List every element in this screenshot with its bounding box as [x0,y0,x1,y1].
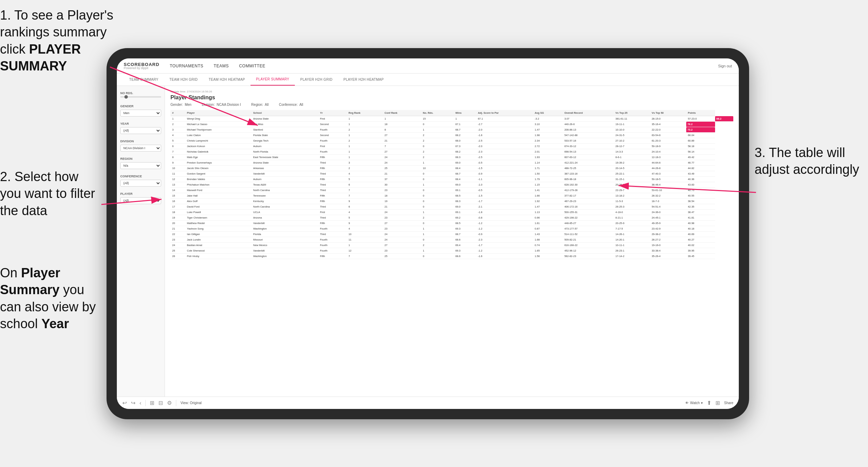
conference-select[interactable]: (All) [120,180,161,187]
table-cell: 2.34 [533,138,563,144]
logo-area: SCOREBOARD Powered by dippit [124,62,159,70]
table-cell: 547-142-88 [563,133,614,138]
table-cell: -1.8 [476,210,533,215]
rds-slider[interactable] [120,96,161,98]
table-cell: 1 [170,116,185,122]
table-row[interactable]: 6Jackson KoivunAuburnFirst17067.3-2.02.7… [170,144,733,149]
sub-nav-player-h2h-grid[interactable]: PLAYER H2H GRID [295,74,338,86]
year-label: Year [120,122,161,125]
table-cell: Texas A&M [252,182,318,188]
table-row[interactable]: 25Cole SherwoodVanderbiltFourth1223169.3… [170,248,733,254]
table-cell: Third [318,160,347,166]
region-select[interactable]: N/a [120,162,161,169]
table-cell: 26-27-2 [650,237,686,243]
table-cell: 19-11-1 [614,122,650,127]
nav-item-teams[interactable]: TEAMS [214,62,229,70]
table-cell: 1 [454,116,476,122]
table-row[interactable]: 24Bastian AmatNew MexicoFourth127269.4-1… [170,243,733,248]
sign-out-link[interactable]: Sign out [718,64,732,68]
table-row[interactable]: 18Luke PowellUCLAFirst424169.1-1.81.1350… [170,210,733,215]
sub-nav-team-h2h-heatmap[interactable]: TEAM H2H HEATMAP [203,74,251,86]
view-label[interactable]: View: Original [180,401,202,405]
table-cell: 1 [421,232,454,237]
gender-select[interactable]: Men [120,110,161,116]
table-cell: 19 [170,215,185,221]
export-icon[interactable]: ⬆ [707,400,711,406]
back-icon[interactable]: ‹ [140,400,141,406]
table-row[interactable]: 10Jacob Shiv OlesenArkansasFifth2251068.… [170,166,733,171]
table-cell: 1.14 [533,160,563,166]
table-row[interactable]: 21Yashvon SongWashingtonFourth423169.3-1… [170,226,733,232]
table-row[interactable]: 11Gordon SargentVanderbiltThird421068.7-… [170,171,733,177]
copy-icon[interactable]: ⊞ [150,400,154,406]
table-row[interactable]: 7Nicholas GabrelcikNorth FloridaFourth12… [170,149,733,155]
table-row[interactable]: 22Ian GilliganFloridaThird1024168.7-0.91… [170,232,733,237]
sub-nav-team-h2h-grid[interactable]: TEAM H2H GRID [164,74,203,86]
table-cell: 8-21-1 [614,215,650,221]
table-cell: -3.2 [533,116,563,122]
table-row[interactable]: 9Preston SummerhaysArizona StateThird324… [170,160,733,166]
table-row[interactable]: 14Maxwell FordNorth CarolinaThird723069.… [170,188,733,193]
table-cell: 12 [170,177,185,182]
player-select[interactable]: (All) [120,197,161,204]
table-row[interactable]: 5Christo LamprechtGeorgia TechFourth2212… [170,138,733,144]
col-vs-top25: Vs Top 25 [614,110,650,116]
table-cell: 11-5-3 [614,199,650,204]
table-row[interactable]: 17David FordNorth CarolinaThird621069.0-… [170,204,733,210]
col-school: School [252,110,318,116]
region-filter-label: Region: [251,103,263,107]
nav-item-committee[interactable]: COMMITTEE [239,62,266,70]
table-cell: -0.8 [476,215,533,221]
table-row[interactable]: 4Luke ClatonFlorida StateSecond127268.2-… [170,133,733,138]
table-row[interactable]: 1Wenyi DingArizona StateFirst1115167.1-3… [170,116,733,122]
watch-btn[interactable]: 👁 Watch ▾ [685,401,703,405]
table-row[interactable]: 12Brendan ValdesAuburnFifth537068.4-1.11… [170,177,733,182]
sub-nav-player-h2h-heatmap[interactable]: PLAYER H2H HEATMAP [338,74,389,86]
table-row[interactable]: 23Jack LundinMissouriFourth1124068.6-2.3… [170,237,733,243]
table-cell: 2.01 [533,149,563,155]
table-cell: 2 [421,243,454,248]
table-row[interactable]: 3Michael ThorbjornsenStanfordFourth28168… [170,127,733,133]
table-cell: 11 [170,171,185,177]
sub-nav-team-summary[interactable]: TEAM SUMMARY [124,74,164,86]
table-cell: Arizona State [252,160,318,166]
sidebar-gender: Gender Men [120,104,161,116]
table-row[interactable]: 8Mats EgeEast Tennessee StateFifth124268… [170,155,733,160]
table-row[interactable]: 2Michael Le SassoOle MissSecond118067.1-… [170,122,733,127]
nav-item-tournaments[interactable]: TOURNAMENTS [170,62,203,70]
gender-filter-label: Gender: [170,103,183,107]
table-cell: 514-111-52 [563,232,614,237]
table-cell: 26-32-2 [650,193,686,199]
col-overall-record: Overall Record [563,110,614,116]
slider-handle[interactable] [124,95,128,99]
table-row[interactable]: 13Phichakun MaichonTexas A&MThird630169.… [170,182,733,188]
table-cell: 19 [383,199,421,204]
sidebar: No Rds. Gender Men Year (All) [117,86,165,397]
division-select[interactable]: NCAA Division I [120,145,161,152]
paste-icon[interactable]: ⊟ [158,400,163,406]
table-cell: Jackson Koivun [185,144,252,149]
redo-icon[interactable]: ↪ [131,400,135,406]
table-cell: 27-10-2 [614,138,650,144]
settings-icon[interactable]: ⚙ [167,400,172,406]
table-cell: 9 [347,199,383,204]
table-cell: 10 [421,166,454,171]
sub-nav-player-summary[interactable]: PLAYER SUMMARY [251,74,295,86]
table-row[interactable]: 19Tiger ChristensenArizonaThird523269.2-… [170,215,733,221]
table-cell: Ian Gilligan [185,232,252,237]
top-nav: SCOREBOARD Powered by dippit TOURNAMENTS… [117,58,739,74]
grid-icon[interactable]: ⊞ [715,400,720,406]
table-cell: -2.5 [476,138,533,144]
year-select[interactable]: (All) [120,127,161,134]
table-cell: Brendan Valdes [185,177,252,182]
table-cell: 78.2 [686,122,715,127]
table-row[interactable]: 26Petr HrubyWashingtonFifth725068.6-1.61… [170,254,733,259]
table-row[interactable]: 20Matthew RiedelVanderbiltFifth927068.5-… [170,221,733,226]
table-row[interactable]: 15Jake HallTennesseeFifth718068.5-1.51.6… [170,193,733,199]
table-row[interactable]: 16Alex GoffKentuckyFifth919068.3-1.71.92… [170,199,733,204]
share-btn[interactable]: Share [724,401,733,405]
table-cell: 67.1 [454,122,476,127]
table-cell: -1.7 [476,199,533,204]
undo-icon[interactable]: ↩ [122,400,127,406]
table-cell: -1.6 [476,254,533,259]
